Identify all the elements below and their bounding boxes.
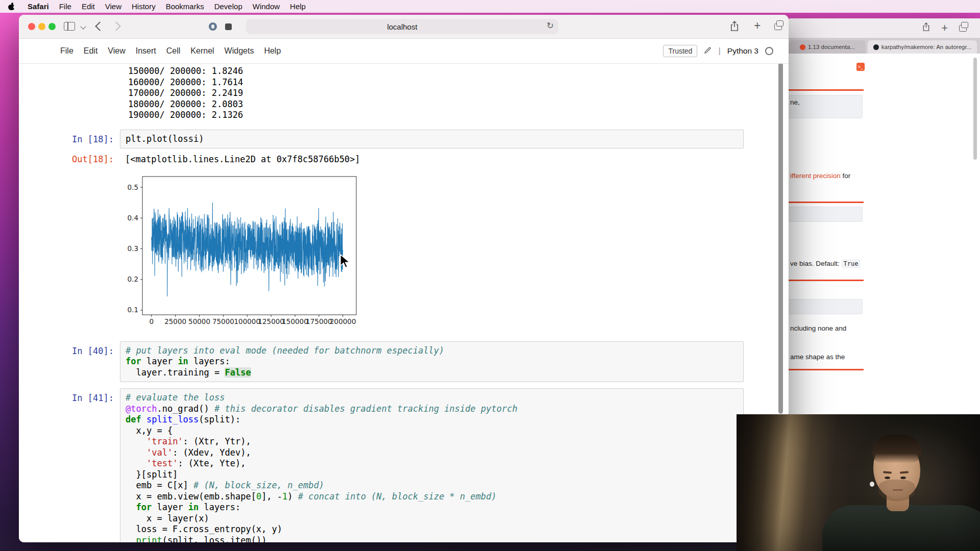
jupyter-menu-view[interactable]: View [103, 46, 130, 56]
code-editor[interactable]: # put layers into eval mode (needed for … [120, 341, 744, 383]
docs-code-block [788, 207, 863, 222]
code-line: loss = F.cross_entropy(x, y) [126, 524, 738, 535]
menu-help[interactable]: Help [285, 2, 311, 11]
code-cell-18: In [18]: plt.plot(lossi) [19, 130, 789, 149]
extension-icon[interactable] [225, 23, 232, 30]
menu-bookmarks[interactable]: Bookmarks [161, 2, 209, 11]
apple-logo[interactable] [8, 3, 15, 11]
reload-icon[interactable]: ↻ [547, 20, 554, 31]
jupyter-menubar: FileEditViewInsertCellKernelWidgetsHelp … [19, 39, 789, 64]
code-line: # put layers into eval mode (needed for … [126, 345, 738, 357]
github-icon [873, 44, 879, 50]
zoom-button[interactable] [48, 23, 56, 30]
docs-text-fragment: ne, [790, 98, 800, 106]
jupyter-menu-file[interactable]: File [55, 46, 79, 56]
code-line: for layer in layers: [126, 502, 738, 513]
menu-develop[interactable]: Develop [209, 2, 248, 11]
output-line: 160000/ 200000: 1.7614 [128, 77, 789, 88]
code-line: 'train': (Xtr, Ytr), [126, 436, 738, 447]
code-line: # evaluate the loss [126, 392, 738, 404]
new-tab-icon[interactable]: + [941, 22, 948, 34]
back-icon[interactable] [95, 21, 104, 31]
webcam-vignette [737, 414, 980, 551]
new-tab-icon[interactable]: + [754, 19, 761, 33]
tabs-overview-icon[interactable] [959, 25, 967, 32]
loss-plot: 0.10.20.30.40.50250005000075000100000125… [119, 172, 375, 330]
code-line: layer.training = False [126, 367, 738, 379]
share-icon[interactable] [922, 22, 930, 34]
input-prompt: In [41]: [19, 388, 120, 404]
menu-history[interactable]: History [127, 2, 161, 11]
code-line: plt.plot(lossi) [126, 134, 738, 145]
docs-section-rule [786, 280, 864, 281]
docs-text-fragment: ame shape as the [790, 353, 845, 361]
address-bar[interactable]: localhost ↻ [246, 19, 558, 34]
jupyter-status-group: Trusted | Python 3 [663, 45, 773, 57]
close-button[interactable] [28, 23, 35, 30]
menu-file[interactable]: File [54, 2, 77, 11]
svg-text:100000: 100000 [234, 317, 261, 325]
output-area-18: Out[18]: [<matplotlib.lines.Line2D at 0x… [19, 154, 789, 165]
kernel-status-icon [765, 47, 773, 55]
jupyter-menu-widgets[interactable]: Widgets [219, 46, 259, 56]
output-line: 170000/ 200000: 2.2419 [128, 88, 789, 99]
code-line: 'val': (Xdev, Ydev), [126, 447, 738, 459]
mouse-cursor [340, 254, 352, 269]
privacy-shield-icon[interactable] [209, 22, 217, 31]
output-prompt: Out[18]: [19, 154, 120, 165]
docs-text-fragment: ifferent precision for [790, 172, 850, 180]
code-line: for layer in layers: [126, 356, 738, 367]
notebook-scrollbar[interactable] [778, 64, 783, 414]
docs-section-rule [786, 369, 864, 370]
notebook-area: 150000/ 200000: 1.8246160000/ 200000: 1.… [19, 64, 789, 542]
code-line: emb = C[x] # (N, block_size, n_embd) [126, 480, 738, 491]
menu-app-name[interactable]: Safari [22, 2, 54, 11]
jupyter-menu-cell[interactable]: Cell [161, 46, 186, 56]
code-editor[interactable]: plt.plot(lossi) [120, 130, 744, 149]
input-prompt: In [18]: [19, 130, 120, 145]
output-text: [<matplotlib.lines.Line2D at 0x7f8c58766… [120, 154, 360, 165]
code-line: }[split] [126, 469, 738, 481]
safari-toolbar: localhost ↻ + [19, 15, 789, 39]
menu-view[interactable]: View [100, 2, 127, 11]
forward-icon[interactable] [111, 21, 120, 31]
minimize-button[interactable] [38, 23, 45, 30]
svg-text:0.5: 0.5 [128, 183, 138, 191]
code-line: @torch.no_grad() # this decorator disabl… [126, 404, 738, 415]
docs-toolbar: + [786, 18, 980, 38]
svg-text:175000: 175000 [306, 317, 332, 325]
code-line: x,y = { [126, 425, 738, 437]
code-line: def split_loss(split): [126, 414, 738, 425]
jupyter-menu-help[interactable]: Help [259, 46, 286, 56]
input-prompt: In [40]: [19, 341, 120, 357]
tab-github-makemore[interactable]: karpathy/makemore: An autoregr... [868, 40, 977, 54]
jupyter-menu-insert[interactable]: Insert [131, 46, 161, 56]
launch-icon[interactable] [856, 63, 865, 71]
code-editor[interactable]: # evaluate the loss@torch.no_grad() # th… [120, 388, 744, 542]
svg-text:75000: 75000 [212, 317, 234, 325]
svg-text:0.2: 0.2 [128, 275, 138, 283]
trusted-badge[interactable]: Trusted [663, 45, 697, 57]
chevron-down-icon[interactable] [80, 23, 86, 29]
docs-scrollbar-thumb[interactable] [973, 58, 977, 160]
code-cell-40: In [40]: # put layers into eval mode (ne… [19, 341, 789, 383]
jupyter-menu-kernel[interactable]: Kernel [185, 46, 219, 56]
tabs-overview-icon[interactable] [774, 23, 782, 30]
window-controls [28, 23, 56, 30]
code-line: print(split, loss.item()) [126, 535, 738, 543]
docs-code-block [788, 299, 863, 314]
menu-window[interactable]: Window [248, 2, 285, 11]
tab-pytorch-docs[interactable]: 1.13 documenta... [789, 40, 866, 54]
jupyter-menu-edit[interactable]: Edit [79, 46, 103, 56]
share-icon[interactable] [730, 21, 739, 34]
docs-link[interactable]: ifferent precision [790, 172, 841, 180]
output-line: 180000/ 200000: 2.0803 [128, 99, 789, 110]
safari-window: localhost ↻ + FileEditViewInsertCellKern… [19, 15, 789, 542]
docs-tabbar: 1.13 documenta... karpathy/makemore: An … [786, 38, 980, 54]
menu-edit[interactable]: Edit [77, 2, 100, 11]
code-line: x = emb.view(emb.shape[0], -1) # concat … [126, 491, 738, 503]
pytorch-favicon [800, 44, 805, 50]
svg-text:0.3: 0.3 [128, 244, 138, 253]
sidebar-icon[interactable] [64, 22, 75, 31]
code-line: x = layer(x) [126, 513, 738, 524]
